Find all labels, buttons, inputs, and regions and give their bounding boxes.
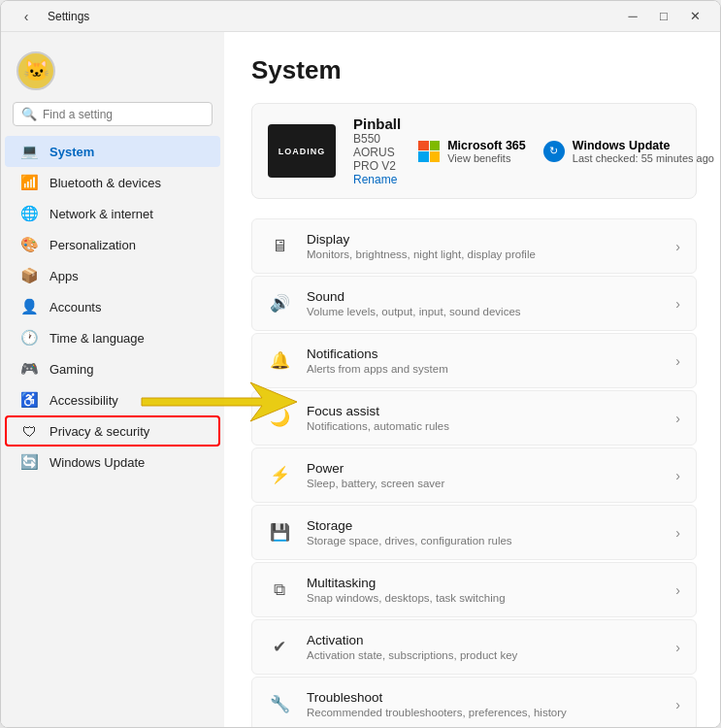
notifications-icon: 🔔 (268, 349, 291, 373)
system-icon: 💻 (20, 143, 38, 160)
microsoft-info: Microsoft 365 View benefits (447, 139, 526, 164)
maximize-button[interactable]: □ (650, 6, 677, 27)
notifications-name: Notifications (307, 347, 660, 361)
storage-chevron: › (675, 525, 680, 541)
display-icon: 🖥 (268, 235, 291, 258)
storage-name: Storage (307, 518, 660, 533)
search-input[interactable] (43, 108, 204, 121)
settings-item-storage[interactable]: 💾 Storage Storage space, drives, configu… (251, 505, 697, 560)
sound-chevron: › (675, 296, 680, 312)
multitasking-name: Multitasking (307, 576, 660, 590)
sidebar-item-label: Privacy & security (49, 424, 149, 439)
sidebar-item-label: Accessibility (49, 393, 118, 408)
bluetooth-icon: 📶 (20, 174, 38, 191)
focus-chevron: › (675, 411, 680, 426)
main-content: 🐱 🔍 💻 System 📶 Bluetooth & devices 🌐 Net… (1, 32, 720, 727)
sidebar-item-label: Windows Update (49, 455, 145, 470)
avatar: 🐱 (16, 51, 55, 90)
settings-item-notifications[interactable]: 🔔 Notifications Alerts from apps and sys… (251, 333, 697, 388)
multitasking-desc: Snap windows, desktops, task switching (307, 592, 660, 604)
hero-card: LOADING Pinball B550 AORUS PRO V2 Rename… (251, 103, 697, 199)
power-name: Power (307, 461, 660, 476)
troubleshoot-name: Troubleshoot (307, 690, 660, 705)
activation-name: Activation (307, 633, 660, 647)
microsoft-logo (418, 141, 440, 162)
windows-update-section: ↻ Windows Update Last checked: 55 minute… (543, 139, 714, 164)
sidebar-item-label: System (49, 145, 94, 159)
sidebar-item-label: Time & language (49, 331, 145, 346)
update-label: Windows Update (573, 139, 714, 152)
microsoft-sub[interactable]: View benefits (447, 152, 526, 164)
sidebar-item-apps[interactable]: 📦 Apps (5, 260, 220, 291)
troubleshoot-desc: Recommended troubleshooters, preferences… (307, 707, 660, 718)
minimize-button[interactable]: ─ (619, 6, 646, 27)
activation-desc: Activation state, subscriptions, product… (307, 649, 660, 661)
settings-item-focus[interactable]: 🌙 Focus assist Notifications, automatic … (251, 390, 697, 446)
power-text: Power Sleep, battery, screen saver (307, 461, 660, 489)
sidebar-item-label: Network & internet (49, 207, 153, 221)
multitasking-text: Multitasking Snap windows, desktops, tas… (307, 576, 660, 604)
sidebar-item-accessibility[interactable]: ♿ Accessibility (5, 384, 220, 415)
sidebar-item-update[interactable]: 🔄 Windows Update (5, 447, 220, 478)
titlebar: ‹ Settings ─ □ ✕ (1, 1, 720, 32)
activation-icon: ✔ (268, 636, 291, 659)
close-button[interactable]: ✕ (681, 6, 708, 27)
sidebar-item-system[interactable]: 💻 System (5, 136, 220, 167)
settings-item-multitasking[interactable]: ⧉ Multitasking Snap windows, desktops, t… (251, 562, 697, 617)
storage-text: Storage Storage space, drives, configura… (307, 518, 660, 546)
titlebar-controls: ─ □ ✕ (619, 6, 708, 27)
sidebar-item-accounts[interactable]: 👤 Accounts (5, 291, 220, 322)
multitasking-chevron: › (675, 582, 680, 598)
back-button[interactable]: ‹ (13, 3, 40, 30)
sound-name: Sound (307, 289, 660, 304)
settings-item-display[interactable]: 🖥 Display Monitors, brightness, night li… (251, 218, 697, 274)
device-name: Pinball (353, 116, 401, 132)
sound-desc: Volume levels, output, input, sound devi… (307, 306, 660, 317)
sidebar-item-time[interactable]: 🕐 Time & language (5, 322, 220, 353)
search-icon: 🔍 (21, 107, 37, 121)
settings-item-power[interactable]: ⚡ Power Sleep, battery, screen saver › (251, 447, 697, 503)
user-avatar-section: 🐱 (1, 44, 224, 102)
power-icon: ⚡ (268, 464, 291, 487)
display-desc: Monitors, brightness, night light, displ… (307, 248, 660, 260)
gaming-icon: 🎮 (20, 360, 38, 378)
search-box[interactable]: 🔍 (13, 102, 213, 126)
sidebar: 🐱 🔍 💻 System 📶 Bluetooth & devices 🌐 Net… (1, 32, 224, 727)
settings-item-activation[interactable]: ✔ Activation Activation state, subscript… (251, 619, 697, 675)
troubleshoot-text: Troubleshoot Recommended troubleshooters… (307, 690, 660, 718)
settings-item-sound[interactable]: 🔊 Sound Volume levels, output, input, so… (251, 276, 697, 331)
sidebar-item-personalization[interactable]: 🎨 Personalization (5, 229, 220, 260)
device-subtitle: B550 AORUS PRO V2 (353, 132, 401, 173)
loading-badge: LOADING (268, 124, 336, 178)
focus-text: Focus assist Notifications, automatic ru… (307, 404, 660, 432)
sound-text: Sound Volume levels, output, input, soun… (307, 289, 660, 317)
settings-list: 🖥 Display Monitors, brightness, night li… (251, 218, 697, 727)
microsoft-section: Microsoft 365 View benefits (418, 139, 526, 164)
update-sub: Last checked: 55 minutes ago (573, 152, 714, 164)
time-icon: 🕐 (20, 329, 38, 347)
sidebar-item-gaming[interactable]: 🎮 Gaming (5, 353, 220, 384)
sidebar-item-label: Personalization (49, 238, 136, 252)
rename-link[interactable]: Rename (353, 173, 401, 186)
hero-info: Pinball B550 AORUS PRO V2 Rename (353, 116, 401, 186)
activation-text: Activation Activation state, subscriptio… (307, 633, 660, 661)
microsoft-label: Microsoft 365 (447, 139, 526, 152)
activation-chevron: › (675, 640, 680, 655)
storage-desc: Storage space, drives, configuration rul… (307, 535, 660, 546)
privacy-icon: 🛡 (20, 422, 38, 440)
windows-update-icon: ↻ (543, 141, 565, 162)
sidebar-item-label: Gaming (49, 362, 94, 377)
sidebar-item-network[interactable]: 🌐 Network & internet (5, 198, 220, 229)
sidebar-item-label: Apps (49, 269, 79, 283)
display-name: Display (307, 232, 660, 247)
sidebar-item-bluetooth[interactable]: 📶 Bluetooth & devices (5, 167, 220, 198)
notifications-desc: Alerts from apps and system (307, 363, 660, 375)
multitasking-icon: ⧉ (268, 579, 291, 602)
power-desc: Sleep, battery, screen saver (307, 478, 660, 489)
storage-icon: 💾 (268, 521, 291, 545)
update-icon: 🔄 (20, 453, 38, 471)
sidebar-item-privacy[interactable]: 🛡 Privacy & security (5, 415, 220, 447)
notifications-text: Notifications Alerts from apps and syste… (307, 347, 660, 375)
accessibility-icon: ♿ (20, 391, 38, 409)
settings-item-troubleshoot[interactable]: 🔧 Troubleshoot Recommended troubleshoote… (251, 677, 697, 727)
